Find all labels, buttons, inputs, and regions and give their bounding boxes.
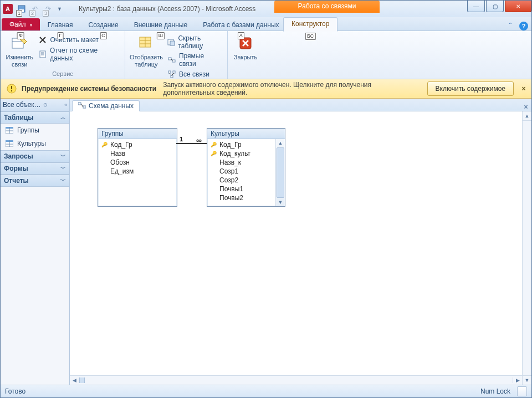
nav-group-forms[interactable]: Формы ﹀: [1, 162, 69, 175]
relationship-field-row[interactable]: 🔑Код_культ: [207, 149, 275, 158]
nav-group-tables[interactable]: Таблицы ︿: [1, 111, 69, 124]
qat-save-button[interactable]: 1: [16, 3, 28, 15]
svg-rect-16: [168, 58, 171, 60]
tab-create[interactable]: Создание С: [81, 19, 126, 30]
qat-customize-dropdown[interactable]: ▼: [57, 6, 62, 12]
relationship-field-row[interactable]: Созр1: [207, 167, 275, 176]
nav-table-item[interactable]: Культуры: [1, 137, 69, 150]
field-name: Назв: [110, 150, 125, 157]
svg-rect-20: [173, 71, 175, 73]
keytip: С: [100, 32, 107, 39]
relationship-field-row[interactable]: Созр2: [207, 176, 275, 185]
relationships-canvas[interactable]: Группы 🔑Код_ГрНазвОбознЕд_изм Культуры 🔑…: [70, 111, 522, 375]
svg-rect-21: [171, 75, 173, 78]
clear-layout-button[interactable]: Очистить макет: [36, 34, 122, 45]
relationship-field-row[interactable]: 🔑Код_Гр: [98, 140, 177, 149]
nav-pane-collapse-icon[interactable]: «: [64, 102, 67, 108]
app-icon[interactable]: A: [3, 4, 13, 14]
qat-undo-button[interactable]: ↶ 2: [29, 3, 41, 15]
field-name: Назв_к: [219, 159, 241, 166]
field-name: Ед_изм: [110, 167, 134, 175]
relationship-field-row[interactable]: Ед_изм: [98, 167, 177, 176]
svg-rect-19: [168, 71, 171, 73]
relationship-cardinality-right: ∞: [196, 136, 202, 145]
keytip: БС: [305, 33, 315, 40]
svg-rect-29: [11, 90, 12, 91]
view-button[interactable]: [517, 386, 527, 396]
relationship-field-row[interactable]: 🔑Код_Гр: [207, 140, 275, 149]
all-relationships-button[interactable]: Все связи: [165, 69, 225, 80]
scrollbar-horizontal[interactable]: ◀ ▶: [70, 376, 522, 385]
nav-group-label: Формы: [4, 165, 28, 172]
nav-group-queries[interactable]: Запросы ﹀: [1, 150, 69, 162]
qat-redo-button[interactable]: ↷ 3: [42, 3, 54, 15]
tab-designer[interactable]: Конструктор БС: [283, 17, 337, 32]
show-table-icon: [137, 34, 155, 52]
scrollbar-vertical[interactable]: ▲ ▼: [275, 139, 285, 206]
button-label: Закрыть: [234, 54, 257, 61]
scroll-down-icon[interactable]: ▼: [278, 198, 283, 206]
relationship-field-row[interactable]: Почвы2: [207, 193, 275, 202]
primary-key-icon: 🔑: [101, 142, 108, 147]
maximize-button[interactable]: ▢: [486, 1, 504, 12]
scroll-down-icon[interactable]: ▼: [523, 375, 531, 385]
field-name: Почвы1: [219, 185, 243, 193]
help-icon[interactable]: ?: [519, 22, 528, 30]
relationship-line[interactable]: [176, 143, 207, 144]
ribbon: Изменить связи Очистить макет Отчет по с…: [1, 31, 531, 79]
relationship-table-title[interactable]: Группы: [98, 129, 177, 139]
hide-table-button[interactable]: Скрыть таблицу: [165, 33, 225, 51]
nav-group-reports[interactable]: Отчеты ﹀: [1, 175, 69, 187]
security-warning-message[interactable]: Запуск активного содержимого отключен. Щ…: [163, 81, 422, 96]
nav-pane-dropdown-icon[interactable]: ⊙: [43, 102, 48, 108]
keytip: А: [238, 32, 244, 39]
tab-external-data[interactable]: Внешние данные Ш: [126, 19, 196, 30]
relationship-table[interactable]: Культуры 🔑Код_Гр🔑Код_культНазв_кСозр1Соз…: [207, 128, 285, 207]
relationship-field-row[interactable]: Почвы1: [207, 185, 275, 193]
relationship-cardinality-left: 1: [180, 136, 183, 142]
primary-key-icon: 🔑: [211, 151, 217, 156]
nav-pane-header[interactable]: Все объек… ⊙ «: [1, 99, 69, 111]
security-warning-bar: Предупреждение системы безопасности Запу…: [1, 79, 531, 99]
ribbon-minimize-icon[interactable]: ˆ: [506, 22, 515, 30]
close-button-ribbon[interactable]: Закрыть: [230, 32, 261, 61]
table-icon: [5, 126, 14, 135]
field-name: Созр2: [219, 176, 238, 184]
scroll-left-icon[interactable]: ◀: [70, 377, 79, 383]
document-tab-close-icon[interactable]: ×: [520, 103, 531, 111]
tab-file[interactable]: Файл Ф: [2, 18, 40, 30]
direct-relationships-button[interactable]: Прямые связи: [165, 51, 225, 69]
relationship-field-row[interactable]: Назв: [98, 149, 177, 158]
qat-keytip: 2: [29, 10, 35, 17]
security-bar-close-icon[interactable]: ×: [519, 85, 528, 93]
qat-keytip: 3: [43, 10, 49, 17]
document-tab[interactable]: Схема данных: [72, 100, 140, 111]
minimize-button[interactable]: —: [467, 1, 485, 12]
relationship-field-row[interactable]: Обозн: [98, 158, 177, 167]
contextual-tab-title: Работа со связями: [274, 1, 380, 13]
enable-content-button[interactable]: Включить содержимое: [427, 81, 514, 96]
tab-label: Работа с базами данных: [203, 21, 279, 29]
scroll-right-icon[interactable]: ▶: [513, 377, 522, 383]
document-tab-label: Схема данных: [89, 102, 134, 110]
schema-report-button[interactable]: Отчет по схеме данных: [36, 45, 122, 63]
nav-item-label: Группы: [17, 126, 39, 134]
window-title: Культуры2 : база данных (Access 2007) - …: [62, 1, 466, 17]
svg-rect-6: [40, 51, 45, 58]
relationship-field-row[interactable]: Назв_к: [207, 158, 275, 167]
relationship-table-title[interactable]: Культуры: [207, 129, 285, 139]
scrollbar-vertical[interactable]: ▲ ▼: [522, 111, 531, 385]
field-name: Код_культ: [219, 150, 250, 157]
tab-home[interactable]: Главная Г: [40, 19, 81, 30]
keytip: Ш: [157, 32, 165, 39]
relationship-table[interactable]: Группы 🔑Код_ГрНазвОбознЕд_изм: [98, 128, 177, 207]
status-text: Готово: [5, 387, 25, 395]
keytip: Ф: [17, 32, 24, 39]
close-button[interactable]: ✕: [505, 1, 531, 12]
tab-db-tools[interactable]: Работа с базами данных А: [195, 19, 287, 30]
field-name: Обозн: [110, 159, 130, 166]
scroll-up-icon[interactable]: ▲: [523, 111, 531, 121]
nav-table-item[interactable]: Группы: [1, 124, 69, 137]
scroll-up-icon[interactable]: ▲: [278, 139, 283, 147]
scroll-thumb[interactable]: [79, 377, 85, 383]
